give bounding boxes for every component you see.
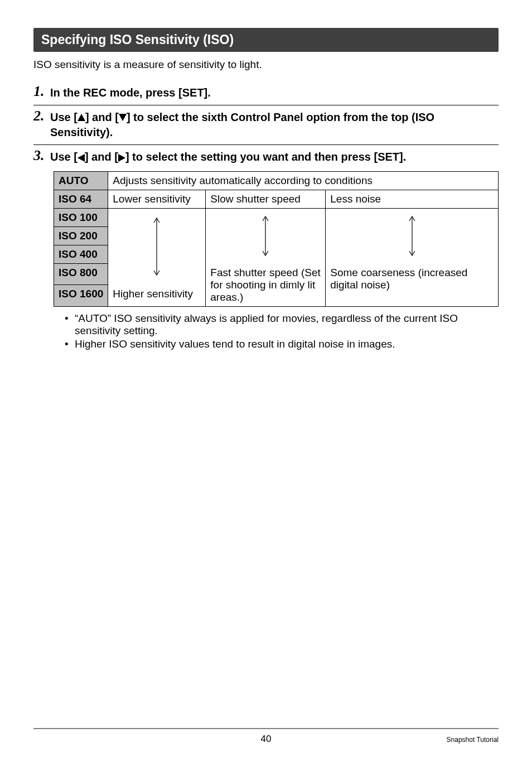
text-segment: Use [: [50, 151, 78, 163]
note-item: • “AUTO” ISO sensitivity always is appli…: [65, 312, 499, 337]
double-arrow-icon: [152, 216, 161, 277]
text-segment: Use [: [50, 111, 78, 123]
up-arrow-icon: [78, 114, 85, 121]
double-arrow-icon: [408, 214, 417, 258]
table-row: ISO 64 Lower sensitivity Slow shutter sp…: [54, 190, 499, 209]
shutter-arrow-cell: [206, 209, 326, 264]
intro-text: ISO sensitivity is a measure of sensitiv…: [33, 59, 499, 71]
noise-bottom: Some coarseness (increased digital noise…: [326, 264, 499, 307]
step-1: 1. In the REC mode, press [SET].: [33, 81, 499, 105]
sensitivity-arrow-cell: [108, 209, 206, 285]
iso-label-800: ISO 800: [54, 264, 108, 285]
double-arrow-icon: [261, 214, 270, 258]
page-footer: 40 Snapshot Tutorial: [33, 728, 499, 749]
note-text: “AUTO” ISO sensitivity always is applied…: [75, 312, 499, 337]
sensitivity-top: Lower sensitivity: [108, 190, 206, 209]
text-segment: ] and [: [85, 151, 118, 163]
bullet-icon: •: [65, 312, 75, 337]
chapter-label: Snapshot Tutorial: [447, 736, 499, 744]
section-title: Specifying ISO Sensitivity (ISO): [33, 28, 499, 52]
note-item: • Higher ISO sensitivity values tend to …: [65, 338, 499, 350]
iso-label-100: ISO 100: [54, 209, 108, 227]
text-segment: ] to select the setting you want and the…: [125, 151, 406, 163]
iso-label-400: ISO 400: [54, 245, 108, 264]
left-arrow-icon: [78, 154, 85, 162]
text-segment: ] and [: [85, 111, 119, 123]
step-number: 3.: [33, 148, 50, 163]
page-number: 40: [33, 734, 499, 745]
notes-list: • “AUTO” ISO sensitivity always is appli…: [33, 307, 499, 350]
shutter-bottom: Fast shutter speed (Set for shooting in …: [206, 264, 326, 307]
noise-arrow-cell: [326, 209, 499, 264]
step-number: 2.: [33, 109, 50, 123]
iso-label-64: ISO 64: [54, 190, 108, 209]
step-text: In the REC mode, press [SET].: [50, 84, 211, 100]
auto-description: Adjusts sensitivity automatically accord…: [108, 172, 499, 190]
step-text: Use [] and [] to select the setting you …: [50, 148, 406, 165]
iso-label-auto: AUTO: [54, 172, 108, 190]
shutter-top: Slow shutter speed: [206, 190, 326, 209]
table-row: ISO 100: [54, 209, 499, 227]
right-arrow-icon: [118, 154, 125, 162]
step-number: 1.: [33, 84, 50, 99]
sensitivity-bottom: Higher sensitivity: [108, 285, 206, 306]
noise-top: Less noise: [326, 190, 499, 209]
iso-table: AUTO Adjusts sensitivity automatically a…: [54, 171, 499, 307]
note-text: Higher ISO sensitivity values tend to re…: [75, 338, 395, 350]
iso-label-1600: ISO 1600: [54, 285, 108, 306]
step-2: 2. Use [] and [] to select the sixth Con…: [33, 105, 499, 145]
step-3: 3. Use [] and [] to select the setting y…: [33, 145, 499, 169]
table-row: AUTO Adjusts sensitivity automatically a…: [54, 172, 499, 190]
bullet-icon: •: [65, 338, 75, 350]
down-arrow-icon: [119, 114, 127, 121]
iso-label-200: ISO 200: [54, 227, 108, 245]
step-text: Use [] and [] to select the sixth Contro…: [50, 109, 499, 140]
